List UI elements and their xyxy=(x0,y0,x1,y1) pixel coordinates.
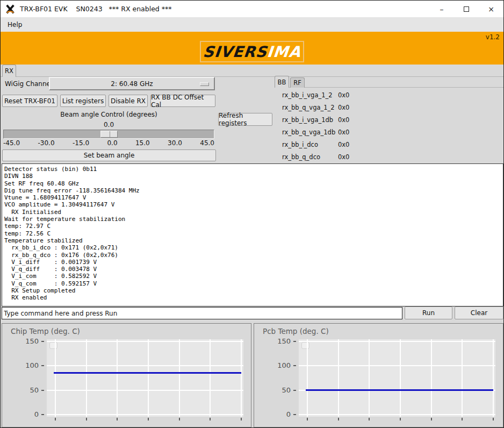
menu-help[interactable]: Help xyxy=(4,19,26,31)
beam-angle-value: 0.0 xyxy=(1,121,217,129)
gridline-v xyxy=(179,339,180,417)
refresh-registers-button[interactable]: Refresh registers xyxy=(218,113,272,126)
gridline-v xyxy=(241,339,242,417)
y-tick-mark xyxy=(41,414,44,415)
y-tick-label: 100 xyxy=(254,361,291,370)
gridline-v xyxy=(117,339,118,417)
register-name: rx_bb_q_vga_1_2 xyxy=(282,104,338,111)
gridline-h xyxy=(299,341,495,342)
register-row: rx_bb_q_dco 0x0 xyxy=(275,151,503,163)
tab-rf[interactable]: RF xyxy=(290,77,305,88)
rx-bb-dc-offset-cal-button[interactable]: RX BB DC Offset Cal xyxy=(150,95,215,107)
command-input[interactable] xyxy=(2,307,402,319)
legend-stub xyxy=(49,342,57,349)
y-tick-label: 150 xyxy=(2,337,39,346)
register-name: rx_bb_q_vga_1db xyxy=(282,129,338,136)
version-label: v1.2 xyxy=(486,33,500,41)
y-tick-label: 50 xyxy=(254,386,291,395)
register-row: rx_bb_i_vga_1db 0x0 xyxy=(275,113,503,126)
x-tick-mark xyxy=(493,418,494,420)
tick-label: -15.0 xyxy=(73,139,89,147)
maximize-icon xyxy=(464,6,469,12)
gridline-v xyxy=(462,339,463,417)
gridline-v xyxy=(210,339,211,417)
plot-area xyxy=(47,339,243,417)
charts-area: Chip Temp (deg. C) 050100150 Pcb Temp (d… xyxy=(2,323,503,427)
x-tick-mark xyxy=(400,418,401,420)
x-tick-mark xyxy=(148,418,149,420)
register-name: rx_bb_i_dco xyxy=(282,141,338,148)
slider-handle[interactable] xyxy=(100,131,118,138)
chip-temp-chart: Chip Temp (deg. C) 050100150 xyxy=(2,323,251,427)
y-tick-label: 0 xyxy=(2,410,39,419)
pcb-temp-chart: Pcb Temp (deg. C) 050100150 xyxy=(254,323,503,427)
wigig-channel-dropdown[interactable]: 2: 60.48 GHz xyxy=(49,77,215,90)
gridline-h xyxy=(47,341,243,342)
series-line-pcb-temp xyxy=(306,389,493,391)
x-tick-mark xyxy=(369,418,370,420)
register-name: rx_bb_i_vga_1db xyxy=(282,116,338,124)
window-title: TRX-BF01 EVK SN0243 *** RX enabled *** xyxy=(20,5,172,13)
y-tick-mark xyxy=(293,365,296,366)
close-button[interactable]: × xyxy=(479,1,503,17)
register-row: rx_bb_i_dco 0x0 xyxy=(275,138,503,151)
plot-area xyxy=(299,339,495,417)
x-tick-mark xyxy=(55,418,56,420)
series-line-chip-temp xyxy=(54,372,241,374)
gridline-v xyxy=(369,339,370,417)
dropdown-indicator-icon xyxy=(200,82,209,86)
x-tick-mark xyxy=(86,418,87,420)
gridline-v xyxy=(400,339,401,417)
tab-bb[interactable]: BB xyxy=(275,76,289,88)
y-tick-label: 150 xyxy=(254,337,291,346)
minimize-button[interactable]: – xyxy=(429,1,454,17)
app-window: TRX-BF01 EVK SN0243 *** RX enabled *** –… xyxy=(0,0,504,428)
chart-title: Pcb Temp (deg. C) xyxy=(263,327,329,336)
register-value: 0x0 xyxy=(338,91,349,99)
disable-rx-button[interactable]: Disable RX xyxy=(109,95,148,107)
app-icon xyxy=(5,4,15,14)
x-axis-ticks xyxy=(47,418,243,421)
x-tick-mark xyxy=(117,418,118,420)
logo-text-sivers: SIVERS xyxy=(202,43,268,61)
x-tick-mark xyxy=(462,418,463,420)
register-panel: BB RF rx_bb_i_vga_1_2 0x0 rx_bb_q_vga_1_… xyxy=(275,76,503,163)
tick-label: 45.0 xyxy=(200,139,214,147)
gridline-h xyxy=(299,414,495,415)
set-beam-angle-button[interactable]: Set beam angle xyxy=(2,149,216,161)
register-value: 0x0 xyxy=(338,153,349,161)
tab-rx[interactable]: RX xyxy=(2,65,16,77)
wigig-channel-label: WiGig Channel: xyxy=(5,80,54,88)
y-tick-mark xyxy=(293,390,296,391)
brand-banner: v1.2 SIVERSIMA xyxy=(1,32,503,65)
register-row: rx_bb_q_vga_1db 0x0 xyxy=(275,126,503,138)
clear-button[interactable]: Clear xyxy=(455,306,503,319)
logo-text-ima: IMA xyxy=(266,43,301,61)
register-name: rx_bb_q_dco xyxy=(282,153,338,161)
y-tick-label: 50 xyxy=(2,386,39,395)
maximize-button[interactable] xyxy=(454,1,479,17)
x-tick-mark xyxy=(179,418,180,420)
register-value: 0x0 xyxy=(338,104,349,111)
tick-label: -45.0 xyxy=(3,139,20,147)
gridline-v xyxy=(493,339,494,417)
y-tick-mark xyxy=(293,414,296,415)
gridline-v xyxy=(55,339,56,417)
y-tick-label: 0 xyxy=(254,410,291,419)
y-tick-mark xyxy=(41,365,44,366)
x-tick-mark xyxy=(307,418,308,420)
register-value: 0x0 xyxy=(338,141,349,148)
gridline-h xyxy=(47,414,243,415)
run-button[interactable]: Run xyxy=(405,306,452,319)
y-tick-mark xyxy=(41,341,44,342)
list-registers-button[interactable]: List registers xyxy=(60,95,106,107)
tick-label: -30.0 xyxy=(38,139,54,147)
x-tick-mark xyxy=(241,418,242,420)
reset-trx-button[interactable]: Reset TRX-BF01 xyxy=(2,95,57,107)
x-tick-mark xyxy=(431,418,432,420)
gridline-v xyxy=(148,339,149,417)
register-row: rx_bb_i_vga_1_2 0x0 xyxy=(275,89,503,101)
beam-angle-slider[interactable] xyxy=(3,130,214,139)
gridline-h xyxy=(47,365,243,366)
console-log[interactable]: Detector status (bin) 0b11 DIVN 188 Set … xyxy=(2,163,503,306)
